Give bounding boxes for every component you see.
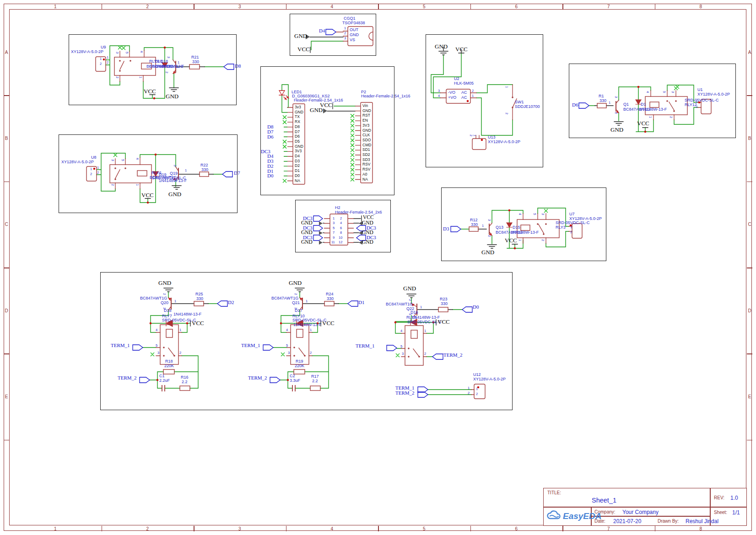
pin: 2: [100, 62, 102, 66]
pin: 2: [541, 239, 545, 241]
port-term1[interactable]: TERM_1: [241, 343, 260, 348]
pin: 4: [400, 329, 402, 333]
port-d2[interactable]: D2: [228, 300, 234, 305]
net-vcc: VCC: [637, 120, 649, 126]
pin: 12: [339, 241, 342, 244]
val-u7: XY128V-A-5.0-2P: [569, 217, 602, 221]
port-d4[interactable]: D4: [319, 28, 325, 33]
port-term2[interactable]: TERM_2: [395, 391, 415, 396]
pin: 3: [438, 89, 440, 93]
pin: 2: [179, 351, 181, 355]
pname: CLK: [362, 133, 370, 137]
net-vcc: VCC: [363, 215, 374, 220]
pname: GND: [295, 110, 303, 114]
ref-d16: D16: [410, 310, 418, 315]
net-gnd: GND: [481, 249, 494, 255]
port-term2[interactable]: TERM_2: [443, 353, 463, 358]
pin: 1: [518, 239, 522, 241]
val-r22: 330: [201, 168, 208, 172]
net-gnd: GND: [166, 93, 178, 99]
val-r19: 220K: [295, 364, 304, 368]
title-label: TITLE:: [547, 490, 561, 495]
pin: 2: [470, 134, 473, 136]
val: 1N4148W-13-F: [156, 64, 184, 69]
title-block: TITLE: Sheet_1 REV: 1.0 Company: Your Co…: [543, 488, 747, 526]
port-d7[interactable]: D7: [234, 171, 240, 176]
net-vcc: VCC: [455, 46, 468, 52]
ref-r18: R18: [165, 359, 173, 364]
net-gnd: GND: [158, 280, 171, 286]
pin: 3: [541, 213, 545, 215]
ref-u8: U8: [91, 155, 97, 160]
ref-cgq1: CGQ1: [344, 16, 356, 21]
ref-u13: U13: [488, 135, 496, 139]
port-term2[interactable]: TERM_2: [118, 375, 137, 380]
pname: OUT: [350, 28, 358, 32]
pin: 1: [179, 328, 181, 332]
ref-r22: R22: [200, 163, 208, 167]
port-d0[interactable]: D0: [473, 305, 479, 310]
pname: D0: [295, 174, 300, 178]
pin: 1: [107, 56, 108, 59]
port-d0[interactable]: D0: [267, 173, 273, 178]
ref-d18: D18: [164, 309, 172, 313]
drawn-by-value[interactable]: Reshul Jindal: [686, 518, 718, 524]
pname: -VO: [448, 91, 455, 95]
sheet-value[interactable]: 1/1: [732, 509, 740, 516]
val-d17: 1N4148W-13-F: [293, 323, 321, 327]
pin: 1: [473, 134, 477, 136]
ref-r24: R24: [326, 292, 334, 296]
val-sw1: SDDJE10700: [515, 105, 540, 109]
pin: 2: [424, 352, 426, 356]
date-value[interactable]: 2021-07-20: [613, 518, 641, 524]
pin: 1: [185, 169, 187, 172]
net-vcc: VCC: [141, 192, 154, 198]
pin: 2: [90, 172, 92, 176]
pname: D5: [295, 139, 300, 144]
ref-u12: U12: [473, 373, 481, 377]
pin: 2: [488, 235, 491, 237]
val-r17: 2.2: [312, 379, 318, 383]
port-d8[interactable]: D8: [235, 64, 241, 69]
schematic-canvas[interactable]: [0, 0, 756, 535]
net-gnd: GND: [362, 240, 373, 245]
val-u8: XY128V-A-5.0-2P: [61, 160, 94, 164]
net-gnd: GND: [289, 280, 302, 286]
port-d6[interactable]: D6: [267, 134, 273, 139]
pin: 2: [468, 391, 470, 395]
val-u12: XY128V-A-5.0-2P: [473, 377, 506, 381]
pname: D4: [295, 154, 300, 158]
net-vcc: VCC: [297, 46, 310, 52]
pname: D6: [295, 134, 300, 139]
net-vcc: VCC: [322, 320, 335, 326]
rev-value[interactable]: 1.0: [730, 495, 738, 501]
port-term2[interactable]: TERM_2: [248, 375, 267, 380]
pname: +VO: [448, 96, 456, 100]
port-d1[interactable]: D1: [358, 300, 364, 305]
pin: 2: [615, 112, 618, 114]
pin: 5: [156, 344, 157, 348]
pname: CMD: [362, 143, 371, 147]
ref-d1: D1: [641, 102, 646, 107]
pin: 2: [670, 116, 673, 118]
pin: 4: [438, 94, 440, 98]
val-rly3: SRD-05VDC-SL-C: [556, 221, 590, 225]
pin: 3: [111, 159, 115, 161]
port-d6[interactable]: D6: [572, 102, 578, 107]
net-gnd: GND: [435, 43, 448, 49]
val: 1N4148W-13-F: [159, 179, 187, 183]
ref-r12: R12: [470, 218, 478, 222]
port-term1[interactable]: TERM_1: [111, 343, 130, 348]
port-term1[interactable]: TERM_1: [356, 343, 375, 348]
sheet-title[interactable]: Sheet_1: [592, 497, 616, 504]
company-value[interactable]: Your Company: [622, 509, 659, 515]
pin: 2: [310, 351, 312, 355]
val-rly8: SRD-05VDC-SL-C: [407, 320, 442, 324]
val-r21: 330: [192, 60, 199, 64]
easyeda-logo-icon: [546, 510, 562, 521]
pin: 7: [333, 231, 335, 235]
pname: 3v3: [295, 105, 301, 109]
pin: 2: [696, 105, 697, 109]
port-d3[interactable]: D3: [443, 226, 449, 231]
pname: SDO: [362, 138, 371, 142]
